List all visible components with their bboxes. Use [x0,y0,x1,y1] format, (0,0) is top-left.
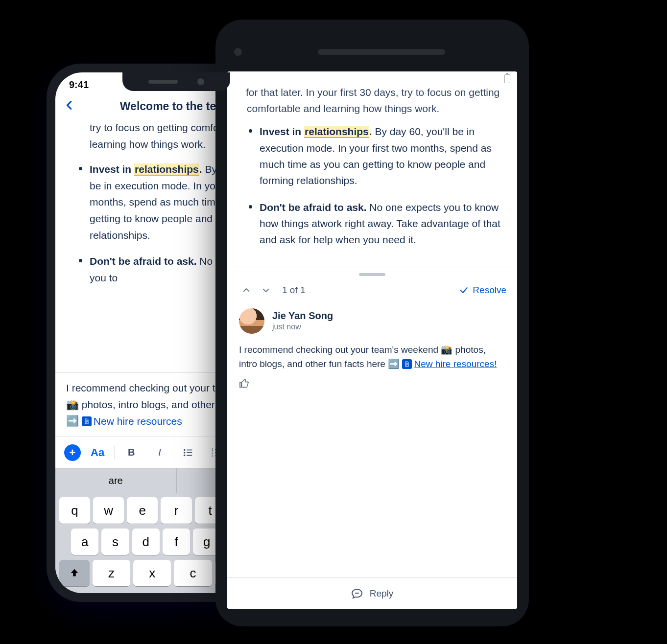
camera-emoji: 📸 [66,399,79,410]
bullet-list-button[interactable] [176,443,200,462]
svg-text:3: 3 [212,454,214,458]
linked-page-chip[interactable]: New hire resources! [402,357,497,371]
speaker-slot [148,80,178,84]
bold-button[interactable]: B [119,443,143,462]
chevron-down-icon [262,286,270,295]
speaker-slot [318,49,445,55]
front-camera [234,48,242,56]
document-body[interactable]: for that later. In your first 30 days, t… [227,86,517,267]
avatar[interactable] [239,308,264,334]
camera-emoji: 📸 [441,345,453,355]
toolbar-separator [114,446,115,460]
key-c[interactable]: c [174,560,212,586]
android-screen: for that later. In your first 30 days, t… [227,71,517,609]
arrow-emoji: ➡️ [66,415,79,426]
text-style-button[interactable]: Aa [86,446,109,459]
key-s[interactable]: s [101,529,129,555]
front-camera [197,78,204,85]
comment-body: I recommend checking out your team's wee… [239,343,505,371]
suggestion[interactable]: are [55,468,177,493]
key-e[interactable]: e [127,497,158,524]
back-button[interactable] [64,99,75,114]
chevron-up-icon [242,286,251,295]
linked-page-chip[interactable]: New hire resources [82,413,182,430]
key-x[interactable]: x [133,560,171,586]
comment: Jie Yan Song just now I recommend checki… [227,305,517,396]
key-a[interactable]: a [71,529,98,555]
shift-icon [69,568,80,578]
key-d[interactable]: d [132,529,160,555]
insert-button[interactable]: + [64,444,81,461]
like-button[interactable] [239,382,250,391]
key-r[interactable]: r [161,497,191,524]
next-comment-button[interactable] [258,282,274,299]
battery-icon [504,74,510,83]
iphone-notch [122,72,230,91]
android-bezel-top [227,32,517,71]
prev-comment-button[interactable] [238,282,255,299]
key-w[interactable]: w [93,497,124,524]
bullet-list-icon [183,447,193,458]
comment-timestamp: just now [272,322,333,331]
comment-author: Jie Yan Song [272,310,333,322]
comment-header: Jie Yan Song just now [239,308,505,334]
reply-button[interactable]: Reply [227,577,517,609]
key-q[interactable]: q [59,497,90,524]
resolve-button[interactable]: Resolve [459,285,506,296]
svg-point-0 [184,449,186,451]
list-item: Don't be afraid to ask. No one expects y… [247,199,503,248]
key-z[interactable]: z [93,560,130,586]
svg-rect-5 [187,455,192,456]
comment-actions [239,378,505,391]
key-f[interactable]: f [163,529,190,555]
sheet-toolbar: 1 of 1 Resolve [227,278,517,305]
comment-sheet: 1 of 1 Resolve Jie Yan Song just now I r… [227,267,517,609]
thumbs-up-icon [239,378,250,389]
drag-handle[interactable] [359,273,385,276]
highlighted-text[interactable]: relationships [134,163,199,176]
page-icon [402,359,412,369]
list-item: Invest in relationships. By day 60, you'… [247,123,503,188]
check-icon [459,285,469,295]
highlighted-text[interactable]: relationships [304,126,369,138]
arrow-emoji: ➡️ [388,359,400,369]
reply-icon [351,588,363,599]
partial-text: for that later. In your first 30 days, t… [247,84,503,116]
android-frame: for that later. In your first 30 days, t… [215,20,529,626]
comment-counter: 1 of 1 [282,285,306,296]
shift-key[interactable] [59,560,90,586]
page-icon [82,416,92,426]
status-time: 9:41 [69,79,89,91]
italic-button[interactable]: I [148,443,171,462]
svg-rect-1 [187,449,192,450]
svg-point-4 [184,454,186,456]
svg-rect-3 [187,452,192,453]
svg-point-2 [184,452,186,454]
chevron-left-icon [64,99,75,112]
